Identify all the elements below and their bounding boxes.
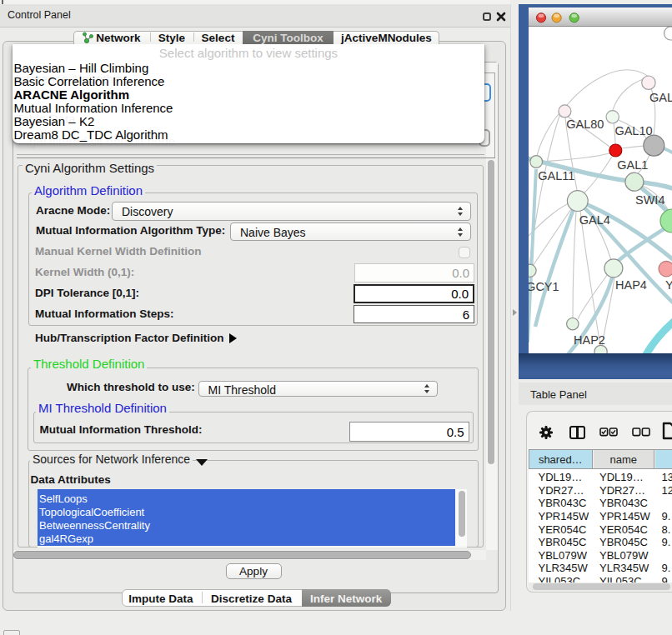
svg-text:GCY1: GCY1 (529, 280, 559, 293)
svg-text:GAL4: GAL4 (579, 213, 610, 227)
svg-text:HAP2: HAP2 (574, 333, 605, 347)
svg-text:SWI4: SWI4 (635, 193, 664, 207)
svg-text:GAL11: GAL11 (538, 169, 574, 182)
svg-text:GAL80: GAL80 (566, 118, 604, 131)
svg-text:Y: Y (665, 278, 672, 292)
svg-text:GAL10: GAL10 (614, 124, 652, 138)
svg-text:GAL2: GAL2 (649, 91, 672, 104)
svg-text:HAP4: HAP4 (615, 278, 647, 292)
svg-text:GAL1: GAL1 (617, 158, 648, 172)
